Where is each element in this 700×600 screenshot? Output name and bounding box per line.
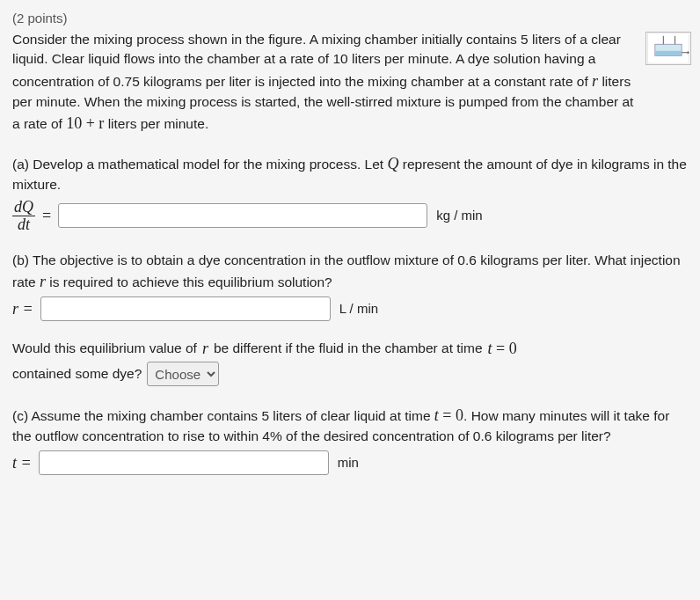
equals-sign: =: [42, 204, 51, 227]
figure-thumbnail[interactable]: [645, 32, 691, 65]
intro-text-1: Consider the mixing process shown in the…: [12, 32, 621, 89]
part-c-lhs: t =: [12, 451, 32, 474]
part-b-lhs: r =: [12, 297, 33, 320]
problem-statement: Consider the mixing process shown in the…: [12, 30, 635, 135]
dqdt-input[interactable]: [58, 203, 427, 228]
points-label: (2 points): [12, 9, 688, 28]
follow-text-1: Would this equilibrium value of: [12, 339, 197, 358]
follow-text-3: contained some dye?: [12, 364, 142, 384]
dq-dt-fraction: dQ dt: [12, 199, 35, 233]
follow-text-2: be different if the fluid in the chamber…: [214, 339, 483, 358]
part-b-unit: L / min: [339, 299, 378, 318]
part-c-text-1: (c) Assume the mixing chamber contains 5…: [12, 408, 434, 423]
fraction-denominator: dt: [16, 216, 32, 233]
part-b-var-r: r: [40, 273, 46, 290]
fraction-numerator: dQ: [12, 199, 35, 216]
part-a-unit: kg / min: [436, 206, 483, 225]
part-c-expr-t0: t = 0: [434, 406, 463, 424]
part-b-text-2: is required to achieve this equilibrium …: [46, 274, 332, 289]
follow-var-r: r: [202, 337, 208, 360]
part-c: (c) Assume the mixing chamber contains 5…: [12, 404, 688, 475]
part-a: (a) Develop a mathematical model for the…: [12, 152, 688, 232]
follow-expr-t0: t = 0: [488, 337, 517, 360]
t-input[interactable]: [39, 450, 329, 475]
intro-expr: 10 + r: [66, 114, 104, 132]
dye-choice-select[interactable]: Choose: [147, 362, 219, 386]
part-a-var-q: Q: [387, 155, 398, 172]
part-a-text-1: (a) Develop a mathematical model for the…: [12, 157, 387, 172]
part-c-unit: min: [338, 453, 359, 472]
r-input[interactable]: [40, 296, 331, 321]
svg-rect-2: [655, 51, 682, 56]
part-b: (b) The objective is to obtain a dye con…: [12, 251, 688, 387]
intro-text-3: liters per minute.: [104, 116, 208, 131]
